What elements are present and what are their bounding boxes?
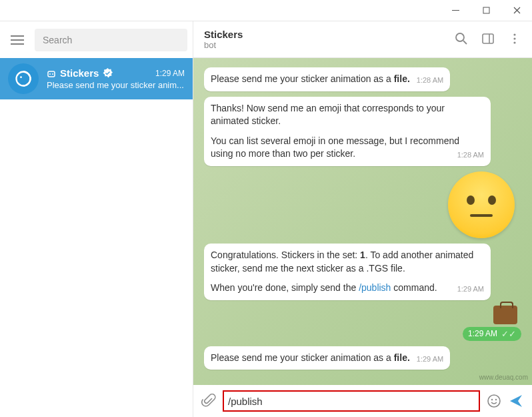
message-incoming[interactable]: Please send me your sticker animation as… [204,67,450,91]
briefcase-sticker[interactable] [493,306,517,324]
chat-header: Stickers bot [193,21,532,58]
message-time: 1:29 AM [468,329,497,338]
svg-point-20 [491,399,493,400]
hamburger-menu-button[interactable] [5,28,29,52]
send-button[interactable] [508,393,524,409]
svg-point-10 [49,73,51,75]
svg-point-17 [513,37,515,39]
svg-rect-9 [48,71,55,77]
message-bold: file. [394,73,410,84]
compose-input-highlight [223,390,480,412]
svg-point-11 [52,73,53,75]
message-text: command. [391,282,437,293]
stickers-bot-icon [14,69,33,88]
svg-rect-1 [483,7,489,13]
messages-area[interactable]: Please send me your sticker animation as… [193,58,532,385]
chat-name: Stickers [60,67,99,79]
message-time: 1:29 AM [417,354,443,364]
attach-button[interactable] [201,394,216,408]
chat-time: 1:29 AM [155,69,185,78]
paperclip-icon [201,394,216,408]
svg-point-12 [456,33,464,41]
search-in-chat-button[interactable] [455,32,468,47]
svg-rect-14 [483,34,493,43]
message-text: When you're done, simply send the [211,282,359,293]
message-paragraph: Thanks! Now send me an emoji that corres… [211,102,484,128]
svg-line-13 [463,41,467,44]
sidebar: Stickers 1:29 AM Please send me your sti… [0,21,193,417]
avatar [8,63,39,94]
message-text: Please send me your sticker animation as… [211,352,394,363]
compose-bar [193,385,532,417]
svg-point-19 [488,395,500,407]
message-text: Please send me your sticker animation as… [211,73,394,84]
read-checks-icon: ✓✓ [501,329,516,339]
more-menu-button[interactable] [508,32,521,47]
publish-command-link[interactable]: /publish [359,282,391,293]
emoji-picker-button[interactable] [487,394,501,408]
watermark: www.deuaq.com [479,374,528,381]
dots-vertical-icon [508,32,521,45]
hamburger-icon [11,35,24,45]
message-time: 1:28 AM [457,150,484,160]
message-time: 1:29 AM [457,284,484,294]
verified-icon [103,68,113,78]
message-outgoing-meta[interactable]: 1:29 AM ✓✓ [463,327,521,341]
message-incoming[interactable]: Please send me your sticker animation as… [204,346,450,370]
message-paragraph: You can list several emoji in one messag… [211,135,459,159]
panel-icon [481,32,495,45]
svg-point-16 [513,33,515,35]
emoji-sticker-neutral-face[interactable] [448,171,515,238]
bot-icon [47,69,56,78]
message-incoming[interactable]: Thanks! Now send me an emoji that corres… [204,97,491,166]
main-panel: Stickers bot Please send me your sticker… [193,21,532,417]
window-titlebar [0,0,532,21]
message-incoming[interactable]: Congratulations. Stickers in the set: 1.… [204,244,491,300]
send-icon [508,393,524,409]
chat-title[interactable]: Stickers [204,29,243,40]
chat-preview: Please send me your sticker anim... [47,80,185,90]
emoji-icon [487,394,501,408]
svg-point-21 [495,399,497,400]
chat-list-item-stickers[interactable]: Stickers 1:29 AM Please send me your sti… [0,58,193,99]
svg-point-8 [20,76,22,78]
message-text: Congratulations. Stickers in the set: [211,250,360,260]
search-icon [455,32,468,45]
message-bold: 1 [360,250,365,260]
chat-subtitle: bot [204,40,243,50]
search-input[interactable] [43,35,179,45]
window-maximize-button[interactable] [471,0,501,21]
compose-input[interactable] [228,396,475,407]
side-panel-button[interactable] [481,32,495,47]
search-box[interactable] [35,29,187,51]
message-bold: file. [394,352,410,363]
window-minimize-button[interactable] [440,0,471,21]
window-close-button[interactable] [501,0,532,21]
message-time: 1:28 AM [417,75,443,85]
svg-point-18 [513,41,515,43]
